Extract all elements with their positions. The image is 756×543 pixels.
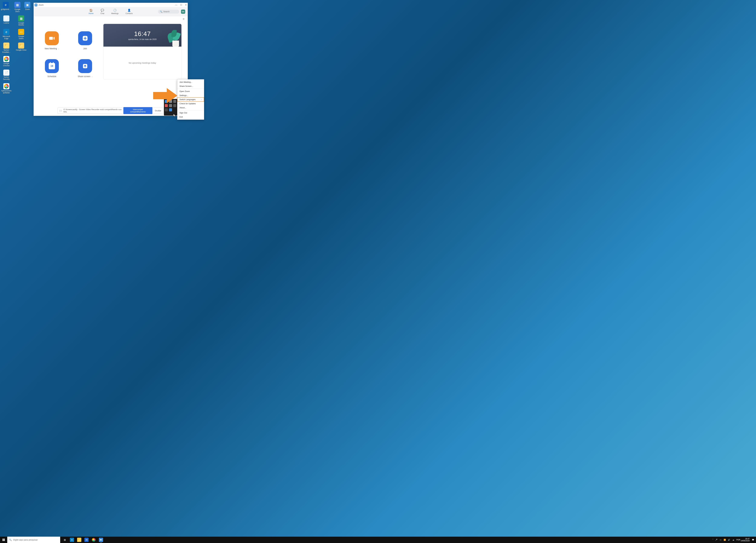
desktop-icon-zoom[interactable]: ▣Zoom <box>24 2 30 13</box>
task-view-button[interactable]: ⊞ <box>61 537 68 543</box>
nav-label: Contacts <box>125 12 133 15</box>
nav-meetings[interactable]: 🕑Meetings <box>111 9 119 15</box>
screen-share-notification: || O Screencastify - Screen Video Record… <box>58 108 164 114</box>
icon-label: Google Drive <box>16 49 26 51</box>
desktop-icon-ms-edge[interactable]: eMicrosoft Edge <box>1 29 12 40</box>
search-box[interactable]: 🔍 <box>158 10 179 14</box>
desktop-icon-google-docs[interactable]: ▦Google Docs <box>14 2 20 13</box>
desktop-icon-google-slides[interactable]: ▭Google Slides <box>16 29 27 40</box>
menu-share-screen[interactable]: Share Screen... <box>177 84 204 88</box>
titlebar[interactable]: Zoom — ☐ ✕ <box>34 3 188 7</box>
chevron-down-icon[interactable]: ⌄ <box>91 76 93 77</box>
chevron-down-icon[interactable]: ⌄ <box>58 48 59 49</box>
window-title: Zoom <box>39 4 44 6</box>
desktop-icons: egcfaprend... ▦Google Docs ▣Zoom 🗑Lixeir… <box>1 2 28 94</box>
taskbar-search-input[interactable] <box>13 539 58 541</box>
menu-open-zoom[interactable]: Open Zoom <box>177 89 204 93</box>
desktop-icon-chrome[interactable]: Google Chrome <box>1 56 12 67</box>
taskbar-mail[interactable]: ✉ <box>83 537 90 543</box>
share-screen-button[interactable]: Share screen⌄ <box>78 59 92 79</box>
plus-icon <box>78 31 92 45</box>
action-label: New Meeting <box>45 47 57 50</box>
schedule-button[interactable]: 19 Schedule <box>45 59 59 79</box>
search-input[interactable] <box>163 10 177 13</box>
volume-icon[interactable]: 🔊 <box>728 539 730 541</box>
taskbar-apps: ⊞ e 📁 ✉ <box>61 537 105 543</box>
search-icon: 🔍 <box>9 539 12 541</box>
zoom-logo-icon <box>35 4 37 6</box>
stop-sharing-button[interactable]: Interromper compartilhamento <box>123 107 152 114</box>
onedrive-icon[interactable]: ☁ <box>732 539 735 541</box>
clock-time: 16:47 <box>134 30 151 37</box>
menu-join-meeting[interactable]: Join Meeting... <box>177 80 204 84</box>
desktop-icon-aplicaciones-quitadas[interactable]: Aplicaciones quitadas <box>1 83 12 94</box>
nav-label: Chat <box>100 12 104 15</box>
svg-rect-4 <box>3 540 4 541</box>
taskbar-chrome[interactable] <box>90 537 97 543</box>
action-label: Share screen <box>78 75 90 78</box>
plant-decoration <box>165 28 181 47</box>
desktop-icon-recycle-bin[interactable]: 🗑Lixeira <box>1 15 12 26</box>
taskbar-edge[interactable]: e <box>68 537 76 543</box>
contacts-icon: 👤 <box>127 9 131 12</box>
nav-chat[interactable]: 💬Chat <box>100 9 104 15</box>
clock-date: quinta-feira, 14 de maio de 2020 <box>128 38 156 40</box>
desktop-icon-google-sheets[interactable]: ▦Google Sheets <box>16 15 27 26</box>
user-avatar[interactable]: GA <box>181 10 185 14</box>
menu-settings[interactable]: Settings... <box>177 93 204 97</box>
maximize-button[interactable]: ☐ <box>180 4 182 6</box>
taskbar-file-explorer[interactable]: 📁 <box>76 537 83 543</box>
desktop-icon-norton-install[interactable]: 📁Norton Installati... <box>1 42 12 53</box>
icon-label: Google Slides <box>16 36 27 40</box>
hide-button[interactable]: Ocultar <box>154 109 162 112</box>
icon-label: Microsoft Edge <box>1 36 12 40</box>
icon-label: Google Docs <box>14 8 20 13</box>
start-button[interactable] <box>0 537 7 543</box>
settings-gear-icon[interactable]: ⚙ <box>183 18 185 20</box>
icon-label: gcfaprend... <box>1 8 10 11</box>
battery-icon[interactable]: ▭ <box>719 539 722 541</box>
pause-icon[interactable]: || <box>59 109 62 112</box>
desktop-icon-google-drive[interactable]: 📁Google Drive <box>16 42 27 53</box>
desktop-icon-gcf[interactable]: egcfaprend... <box>1 2 10 13</box>
close-button[interactable]: ✕ <box>185 4 187 6</box>
video-icon <box>45 31 59 45</box>
action-grid: New Meeting⌄ Join 19 Schedule Share scre… <box>40 24 97 79</box>
action-label: Schedule <box>47 75 56 78</box>
action-center-icon[interactable]: 💬 <box>751 538 754 541</box>
main-content: New Meeting⌄ Join 19 Schedule Share scre… <box>34 20 188 83</box>
microphone-icon[interactable]: 🎤 <box>715 539 718 541</box>
language-indicator[interactable]: POR <box>736 539 739 541</box>
menu-switch-languages[interactable]: Switch Languages› <box>177 97 204 101</box>
minimize-button[interactable]: — <box>175 4 177 6</box>
share-icon <box>78 59 92 73</box>
system-tray: ˄ 🎤 ▭ 📶 🔊 ☁ POR 16:47 14/05/2020 💬 <box>711 538 756 542</box>
menu-exit[interactable]: Exit <box>177 115 204 119</box>
menu-about[interactable]: About... <box>177 106 204 110</box>
wifi-icon[interactable]: 📶 <box>724 539 726 541</box>
calendar-icon: 19 <box>45 59 59 73</box>
icon-label: Norton Security <box>1 76 12 80</box>
icon-label: Google Sheets <box>16 22 27 26</box>
home-icon: 🏠 <box>89 9 93 12</box>
taskbar-search[interactable]: 🔍 <box>7 537 60 543</box>
nav-label: Home <box>89 12 93 15</box>
icon-label: Lixeira <box>4 22 9 24</box>
icon-label: Aplicaciones quitadas <box>1 90 12 94</box>
submenu-arrow-icon: › <box>201 99 202 100</box>
nav-contacts[interactable]: 👤Contacts <box>125 9 133 15</box>
search-icon: 🔍 <box>160 10 162 13</box>
taskbar-clock[interactable]: 16:47 14/05/2020 <box>741 538 750 542</box>
taskbar-zoom[interactable] <box>97 537 105 543</box>
menu-sign-out[interactable]: Sign Out <box>177 111 204 115</box>
icon-label: Google Chrome <box>1 63 12 67</box>
menu-check-updates[interactable]: Check for Updates <box>177 101 204 106</box>
action-label: Join <box>83 47 87 50</box>
nav-home[interactable]: 🏠Home <box>89 9 93 15</box>
zoom-tray-context-menu: Join Meeting... Share Screen... Open Zoo… <box>177 79 204 120</box>
desktop-icon-norton-security[interactable]: 📄Norton Security <box>1 70 12 80</box>
share-message: O Screencastify - Screen Video Recorder … <box>64 108 122 113</box>
new-meeting-button[interactable]: New Meeting⌄ <box>45 31 59 52</box>
join-button[interactable]: Join <box>78 31 92 52</box>
tray-overflow-icon[interactable]: ˄ <box>712 539 713 541</box>
